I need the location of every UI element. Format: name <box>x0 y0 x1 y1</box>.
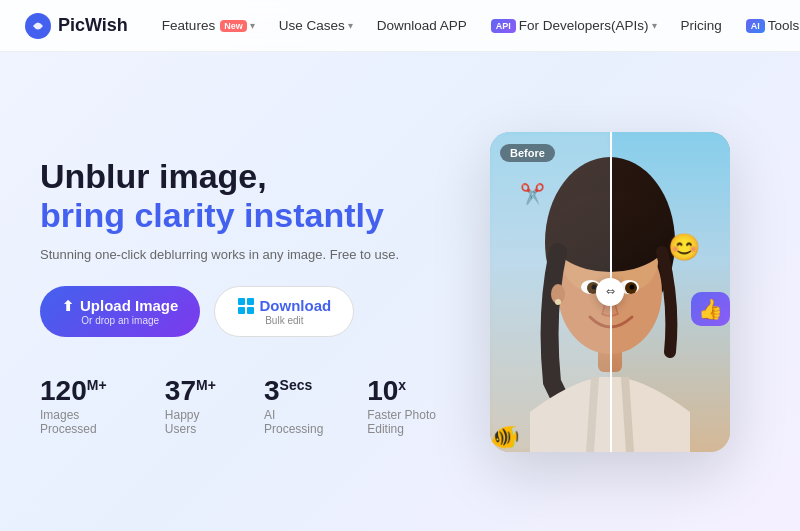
image-comparison-card: ⇔ Before After <box>490 132 730 452</box>
upload-icon: ⬆ <box>62 298 74 314</box>
api-badge: API <box>491 19 516 33</box>
stat-speed: 3Secs AI Processing <box>264 377 327 436</box>
headline: Unblur image, bring clarity instantly <box>40 157 460 235</box>
stats-row: 120M+ Images Processed 37M+ Happy Users … <box>40 377 460 436</box>
trophy-sticker: 👍 <box>691 292 730 326</box>
before-label: Before <box>500 144 555 162</box>
new-badge: New <box>220 20 247 32</box>
nav-item-pricing[interactable]: Pricing <box>671 12 732 39</box>
nav-item-download[interactable]: Download APP <box>367 12 477 39</box>
chevron-down-icon: ▾ <box>348 20 353 31</box>
nav-items: Features New ▾ Use Cases ▾ Download APP … <box>152 12 800 39</box>
stat-users: 37M+ Happy Users <box>165 377 224 436</box>
smiley-sticker: 😊 <box>668 232 700 263</box>
nav-item-api[interactable]: API For Developers(APIs) ▾ <box>481 12 667 39</box>
ai-badge: AI <box>746 19 765 33</box>
windows-icon <box>238 298 254 314</box>
chevron-down-icon: ▾ <box>250 20 255 31</box>
fish-sticker: 🐠 <box>490 423 520 451</box>
scissors-sticker: ✂️ <box>520 182 545 206</box>
comparison-handle[interactable]: ⇔ <box>596 278 624 306</box>
stat-images: 120M+ Images Processed <box>40 377 125 436</box>
hero-left: Unblur image, bring clarity instantly St… <box>40 147 460 436</box>
brand-name: PicWish <box>58 15 128 36</box>
hero-right: ✦ ✦ ✂️ 😊 👍 🐠 <box>460 52 760 531</box>
download-button[interactable]: Download Bulk edit <box>214 286 354 337</box>
svg-point-13 <box>630 284 635 289</box>
hero-subtext: Stunning one-click deblurring works in a… <box>40 247 460 262</box>
nav-item-tools[interactable]: AI Tools <box>736 12 800 39</box>
cta-buttons: ⬆ Upload Image Or drop an image Download… <box>40 286 460 337</box>
navbar: PicWish Features New ▾ Use Cases ▾ Downl… <box>0 0 800 52</box>
image-comparison-container: ⇔ Before After <box>490 132 730 452</box>
svg-rect-16 <box>490 132 610 452</box>
stat-editing: 10x Faster Photo Editing <box>367 377 460 436</box>
nav-item-use-cases[interactable]: Use Cases ▾ <box>269 12 363 39</box>
upload-button[interactable]: ⬆ Upload Image Or drop an image <box>40 286 200 337</box>
main-content: Unblur image, bring clarity instantly St… <box>0 52 800 531</box>
logo[interactable]: PicWish <box>24 12 128 40</box>
chevron-down-icon: ▾ <box>652 20 657 31</box>
nav-item-features[interactable]: Features New ▾ <box>152 12 265 39</box>
